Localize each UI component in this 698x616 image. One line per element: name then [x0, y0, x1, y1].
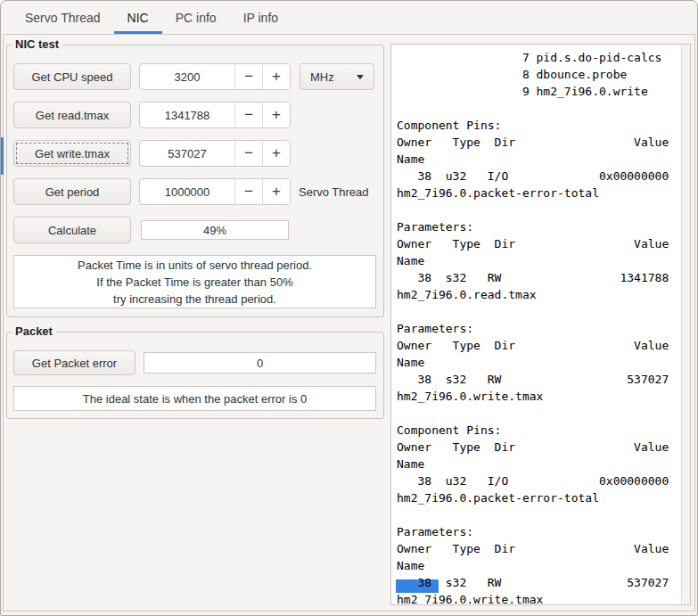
tab-label: Servo Thread	[25, 11, 101, 25]
packet-error-field[interactable]: 0	[144, 352, 376, 374]
packet-frame-title: Packet	[12, 324, 56, 338]
cpu-speed-increment-button[interactable]: +	[262, 64, 290, 89]
write-tmax-decrement-button[interactable]: −	[234, 141, 262, 166]
write-tmax-increment-button[interactable]: +	[262, 141, 290, 166]
packet-body: Get Packet error 0 The ideal state is wh…	[7, 333, 383, 418]
tab-ip-info[interactable]: IP info	[230, 1, 292, 34]
focus-indicator-strip	[1, 137, 4, 175]
read-tmax-decrement-button[interactable]: −	[234, 103, 262, 127]
nic-test-frame: NIC test Get CPU speed 3200 − + MHz Get …	[6, 45, 384, 317]
get-read-tmax-button[interactable]: Get read.tmax	[13, 102, 131, 128]
period-increment-button[interactable]: +	[262, 179, 290, 204]
hal-output-text[interactable]: 7 pid.s.do-pid-calcs 8 dbounce.probe 9 h…	[391, 45, 690, 605]
get-write-tmax-button[interactable]: Get write.tmax	[13, 140, 131, 167]
tab-nic[interactable]: NIC	[114, 1, 162, 34]
read-tmax-increment-button[interactable]: +	[262, 103, 290, 127]
speed-unit-dropdown[interactable]: MHz	[300, 63, 374, 90]
tab-pc-info[interactable]: PC info	[162, 1, 230, 34]
period-decrement-button[interactable]: −	[234, 179, 262, 204]
cpu-speed-spinbox: 3200 − +	[139, 63, 291, 90]
write-tmax-value[interactable]: 537027	[140, 141, 234, 166]
tab-label: NIC	[127, 11, 149, 25]
tab-servo-thread[interactable]: Servo Thread	[12, 1, 114, 34]
get-period-button[interactable]: Get period	[13, 178, 131, 205]
servo-thread-label: Servo Thread	[299, 185, 369, 199]
speed-unit-value: MHz	[310, 70, 334, 84]
cpu-speed-decrement-button[interactable]: −	[234, 64, 262, 89]
app-window: Servo Thread NIC PC info IP info NIC tes…	[0, 0, 698, 616]
nic-test-frame-title: NIC test	[12, 37, 62, 51]
vertical-scrollbar[interactable]	[681, 45, 690, 604]
cpu-speed-row: Get CPU speed 3200 − + MHz	[13, 63, 376, 90]
chevron-down-icon	[357, 75, 364, 79]
read-tmax-value[interactable]: 1341788	[140, 103, 234, 127]
read-tmax-spinbox: 1341788 − +	[139, 102, 291, 128]
read-tmax-row: Get read.tmax 1341788 − +	[13, 102, 376, 128]
nic-test-body: Get CPU speed 3200 − + MHz Get read.tmax…	[7, 45, 383, 316]
packet-error-info-box: The ideal state is when the packet error…	[13, 386, 376, 411]
period-value[interactable]: 1000000	[140, 179, 234, 204]
calculate-row: Calculate 49%	[13, 217, 376, 243]
cpu-speed-value[interactable]: 3200	[140, 64, 234, 89]
packet-time-progressbar: 49%	[141, 220, 289, 240]
tab-bar: Servo Thread NIC PC info IP info	[1, 1, 697, 34]
calculate-button[interactable]: Calculate	[13, 217, 131, 243]
period-spinbox: 1000000 − +	[139, 178, 291, 205]
write-tmax-row: Get write.tmax 537027 − +	[13, 140, 376, 167]
tab-label: IP info	[243, 11, 278, 25]
packet-frame: Packet Get Packet error 0 The ideal stat…	[6, 332, 384, 419]
hal-output-panel[interactable]: 7 pid.s.do-pid-calcs 8 dbounce.probe 9 h…	[390, 44, 691, 605]
tab-label: PC info	[176, 11, 217, 25]
packet-error-row: Get Packet error 0	[13, 350, 376, 375]
get-cpu-speed-button[interactable]: Get CPU speed	[13, 63, 131, 90]
write-tmax-spinbox: 537027 − +	[139, 140, 291, 167]
period-row: Get period 1000000 − + Servo Thread	[13, 178, 376, 205]
get-packet-error-button[interactable]: Get Packet error	[13, 350, 135, 375]
packet-time-info-box: Packet Time is in units of servo thread …	[13, 255, 376, 308]
packet-time-percentage: 49%	[203, 224, 226, 237]
